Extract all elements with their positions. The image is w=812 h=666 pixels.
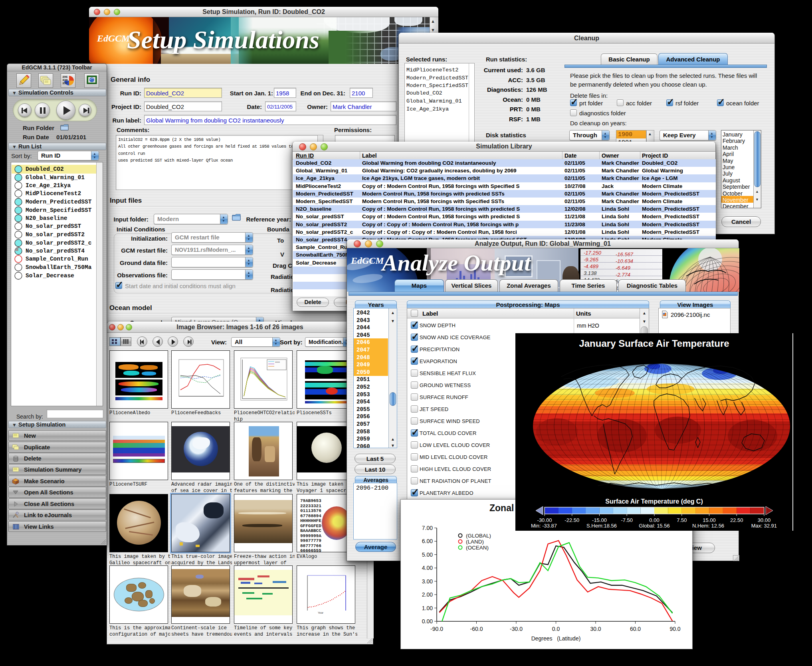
svg-text:Global: 15.56: Global: 15.56 <box>639 523 669 529</box>
svg-text:Min: -33.87: Min: -33.87 <box>531 523 557 529</box>
svg-text:60.0: 60.0 <box>630 626 641 632</box>
svg-text:90.0: 90.0 <box>669 626 680 632</box>
svg-text:-30.00: -30.00 <box>537 517 552 523</box>
svg-text:7.50: 7.50 <box>677 517 687 523</box>
svg-text:N.Hem: 12.56: N.Hem: 12.56 <box>692 523 724 529</box>
svg-text:-30.0: -30.0 <box>510 626 523 632</box>
svg-text:2.00: 2.00 <box>422 591 433 598</box>
svg-text:-22.50: -22.50 <box>564 517 579 523</box>
svg-text:1.00: 1.00 <box>422 605 433 611</box>
svg-text:30.0: 30.0 <box>590 626 601 632</box>
svg-text:(LAND): (LAND) <box>466 539 484 545</box>
svg-text:(GLOBAL): (GLOBAL) <box>466 533 491 539</box>
svg-text:-90.0: -90.0 <box>430 626 443 632</box>
svg-text:22.50: 22.50 <box>730 517 743 523</box>
svg-text:357: 357 <box>62 81 68 85</box>
svg-text:5.00: 5.00 <box>422 551 433 558</box>
svg-text:Max: 32.91: Max: 32.91 <box>751 523 777 529</box>
svg-text:4.00: 4.00 <box>422 565 433 571</box>
svg-text:30.00: 30.00 <box>758 517 771 523</box>
svg-text:Year: Year <box>318 611 324 614</box>
svg-text:0.00: 0.00 <box>649 517 659 523</box>
svg-text:xxxx: xxxx <box>275 361 280 363</box>
svg-text:-7.50: -7.50 <box>621 517 633 523</box>
svg-text:3.00: 3.00 <box>422 578 433 585</box>
svg-text:(OCEAN): (OCEAN) <box>466 545 489 551</box>
svg-text:-60.0: -60.0 <box>470 626 483 632</box>
svg-text:0.0: 0.0 <box>552 626 560 632</box>
svg-text:S.Hem:18.56: S.Hem:18.56 <box>586 523 617 529</box>
svg-text:Degrees (Latitude): Degrees (Latitude) <box>531 635 581 642</box>
svg-text:15.00: 15.00 <box>703 517 716 523</box>
svg-text:6.00: 6.00 <box>422 538 433 544</box>
svg-text:-15.00: -15.00 <box>592 517 607 523</box>
svg-text:0.00: 0.00 <box>422 618 433 624</box>
svg-text:7.00: 7.00 <box>422 525 433 531</box>
